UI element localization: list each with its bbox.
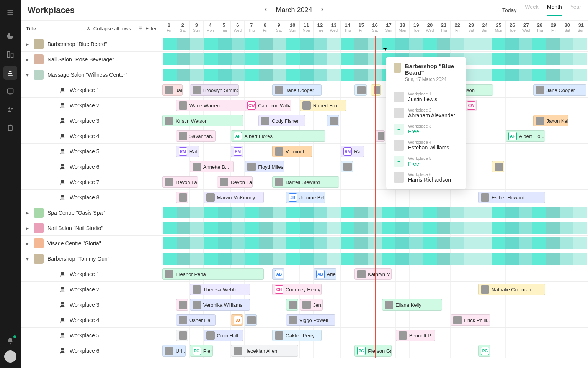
day-header[interactable]: 14Thu — [341, 21, 354, 36]
day-header[interactable]: 25Mon — [492, 21, 506, 36]
schedule-event[interactable]: Vermont ... — [272, 146, 312, 157]
day-header[interactable]: 19Tue — [410, 21, 423, 36]
workplace-row[interactable]: Workplace 5 — [21, 328, 162, 343]
day-header[interactable]: 21Thu — [437, 21, 451, 36]
day-header[interactable]: 30Sat — [560, 21, 574, 36]
schedule-event[interactable] — [176, 299, 188, 310]
schedule-event[interactable]: ABArle... — [314, 268, 337, 280]
schedule-event[interactable]: Robert Fox — [300, 100, 346, 111]
schedule-event[interactable]: Kathryn M... — [354, 268, 391, 280]
day-header[interactable]: 8Fri — [258, 21, 272, 36]
day-header[interactable]: 24Sun — [478, 21, 492, 36]
group-row[interactable]: ▸ Barbershop "Blue Beard" — [21, 36, 162, 51]
schedule-event[interactable]: Usher Hall — [176, 314, 216, 326]
day-header[interactable]: 9Sat — [272, 21, 286, 36]
day-header[interactable]: 5Tue — [217, 21, 231, 36]
workplaces-icon[interactable] — [3, 66, 17, 80]
day-header[interactable]: 10Sun — [286, 21, 300, 36]
schedule-event[interactable] — [492, 161, 504, 172]
schedule-event[interactable] — [245, 314, 257, 326]
chevron-right-icon[interactable]: ▸ — [26, 210, 30, 216]
chevron-right-icon[interactable]: ▸ — [26, 240, 30, 246]
schedule-event[interactable]: AFAlbert Flores — [231, 130, 325, 142]
schedule-event[interactable]: Kristin Watson — [162, 115, 243, 127]
schedule-event[interactable]: Erick Philli... — [451, 314, 490, 326]
chevron-right-icon[interactable]: ▸ — [26, 225, 30, 231]
schedule-event[interactable]: RM — [231, 146, 243, 157]
day-header[interactable]: 27Wed — [519, 21, 533, 36]
schedule-event[interactable]: Jane Cooper — [533, 84, 586, 96]
group-row[interactable]: ▸ Visage Centre "Gloria" — [21, 236, 162, 251]
workplace-row[interactable]: Workplace 7 — [21, 174, 162, 189]
notifications-icon[interactable] — [3, 334, 17, 348]
schedule-event[interactable] — [371, 84, 381, 96]
menu-icon[interactable] — [3, 5, 17, 19]
schedule-event[interactable]: Eliana Kelly — [382, 299, 442, 310]
schedule-event[interactable]: PGPier... — [190, 345, 213, 356]
user-avatar[interactable] — [4, 350, 16, 363]
day-header[interactable]: 17Sun — [382, 21, 396, 36]
schedule-event[interactable]: Bennett P... — [396, 330, 436, 341]
workplace-row[interactable]: Workplace 6 — [21, 343, 162, 358]
schedule-event[interactable]: Esther Howard — [478, 192, 545, 203]
schedule-event[interactable]: AFAlbert Flo... — [506, 130, 546, 142]
day-header[interactable]: 2Sat — [176, 21, 190, 36]
day-header[interactable]: 11Mon — [300, 21, 314, 36]
buildings-icon[interactable] — [3, 48, 17, 61]
schedule-event[interactable]: Colin Hall — [204, 330, 243, 341]
prev-month-button[interactable] — [263, 7, 269, 14]
day-header[interactable]: 12Tue — [314, 21, 327, 36]
schedule-event[interactable] — [375, 130, 385, 142]
day-header[interactable]: 4Mon — [204, 21, 217, 36]
schedule-event[interactable] — [341, 161, 353, 172]
day-header[interactable]: 1Fri — [162, 21, 176, 36]
schedule-event[interactable]: Oaklee Perry — [272, 330, 322, 341]
schedule-event[interactable] — [176, 192, 188, 203]
day-header[interactable]: 7Thu — [245, 21, 258, 36]
workplace-row[interactable]: Workplace 2 — [21, 98, 162, 113]
schedule-event[interactable]: Viggo Powell — [286, 314, 335, 326]
schedule-event[interactable]: CWCameron William... — [245, 100, 291, 111]
schedule-event[interactable]: AB — [272, 268, 284, 280]
workplace-row[interactable]: Workplace 8 — [21, 190, 162, 205]
schedule-event[interactable]: Devon La... — [162, 176, 198, 188]
schedule-event[interactable]: PG — [478, 345, 490, 356]
schedule-event[interactable]: Jane Cooper — [272, 84, 322, 96]
schedule-event[interactable] — [176, 330, 188, 341]
schedule-event[interactable]: Marvin McKinney — [204, 192, 264, 203]
schedule-event[interactable]: Floyd Miles — [245, 161, 284, 172]
day-header[interactable]: 20Wed — [423, 21, 437, 36]
schedule-event[interactable]: CHCourtney Henry — [272, 284, 322, 295]
day-header[interactable]: 18Mon — [396, 21, 410, 36]
view-tab-week[interactable]: Week — [525, 4, 539, 16]
clipboard-icon[interactable] — [3, 121, 17, 135]
schedule-event[interactable]: RMRal... — [176, 146, 199, 157]
day-header[interactable]: 26Tue — [506, 21, 519, 36]
people-icon[interactable] — [3, 103, 17, 117]
schedule-event[interactable]: Theresa Webb — [190, 284, 250, 295]
day-header[interactable]: 29Fri — [547, 21, 561, 36]
day-header[interactable]: 23Sat — [464, 21, 478, 36]
schedule-event[interactable]: Hezekiah Allen — [231, 345, 298, 356]
day-header[interactable]: 16Sat — [368, 21, 382, 36]
schedule-event[interactable] — [354, 84, 367, 96]
workplace-row[interactable]: Workplace 5 — [21, 144, 162, 159]
group-row[interactable]: ▸ Nail Salon "Nail Studio" — [21, 220, 162, 235]
collapse-all-button[interactable]: Collapse all rows — [86, 26, 131, 31]
workplace-row[interactable]: Workplace 1 — [21, 82, 162, 97]
view-tab-year[interactable]: Year — [570, 4, 581, 16]
next-month-button[interactable] — [319, 7, 325, 14]
group-row[interactable]: ▸ Spa Centre "Oasis Spa" — [21, 205, 162, 220]
schedule-event[interactable]: PGPierson Ga... — [354, 345, 391, 356]
schedule-event[interactable]: Nathalie Coleman — [478, 284, 545, 295]
feedback-icon[interactable] — [3, 84, 17, 98]
schedule-event[interactable]: Jen... — [300, 299, 323, 310]
workplace-row[interactable]: Workplace 3 — [21, 113, 162, 128]
chevron-down-icon[interactable]: ▾ — [26, 256, 30, 262]
workplace-row[interactable]: Workplace 3 — [21, 297, 162, 312]
day-header[interactable]: 6Wed — [231, 21, 245, 36]
day-header[interactable]: 3Sun — [190, 21, 204, 36]
chevron-down-icon[interactable]: ▾ — [26, 72, 30, 78]
group-row[interactable]: ▸ Nail Salon "Rose Beverage" — [21, 52, 162, 67]
chevron-right-icon[interactable]: ▸ — [26, 56, 30, 62]
